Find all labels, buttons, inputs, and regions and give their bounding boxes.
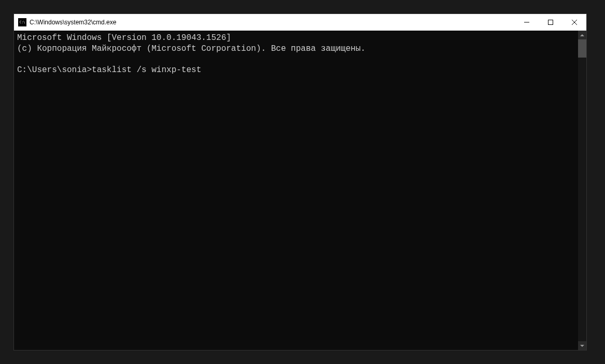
scrollbar-up-button[interactable]: [578, 31, 586, 39]
minimize-button[interactable]: [515, 14, 539, 31]
window-controls: [515, 14, 586, 31]
close-button[interactable]: [562, 14, 586, 31]
window-title: C:\Windows\system32\cmd.exe: [30, 19, 515, 26]
console-command: tasklist /s winxp-test: [92, 65, 201, 75]
console-content[interactable]: Microsoft Windows [Version 10.0.19043.15…: [14, 31, 578, 350]
console-line-version: Microsoft Windows [Version 10.0.19043.15…: [17, 33, 231, 43]
vertical-scrollbar[interactable]: [578, 31, 586, 350]
maximize-icon: [548, 20, 553, 25]
maximize-button[interactable]: [539, 14, 562, 31]
scrollbar-thumb[interactable]: [578, 39, 586, 58]
cmd-icon-label: C:\: [19, 20, 25, 24]
cmd-icon: C:\: [18, 18, 26, 26]
cmd-window: C:\ C:\Windows\system32\cmd.exe: [13, 13, 587, 351]
minimize-icon: [524, 20, 529, 25]
console-line-copyright: (c) Корпорация Майкрософт (Microsoft Cor…: [17, 44, 365, 53]
scrollbar-track[interactable]: [578, 39, 586, 341]
console-prompt: C:\Users\sonia>: [17, 65, 92, 75]
close-icon: [572, 20, 577, 25]
console-area: Microsoft Windows [Version 10.0.19043.15…: [14, 31, 586, 350]
chevron-up-icon: [580, 34, 584, 36]
scrollbar-down-button[interactable]: [578, 341, 586, 350]
titlebar[interactable]: C:\ C:\Windows\system32\cmd.exe: [14, 14, 586, 31]
svg-rect-1: [548, 20, 553, 25]
chevron-down-icon: [580, 345, 584, 347]
